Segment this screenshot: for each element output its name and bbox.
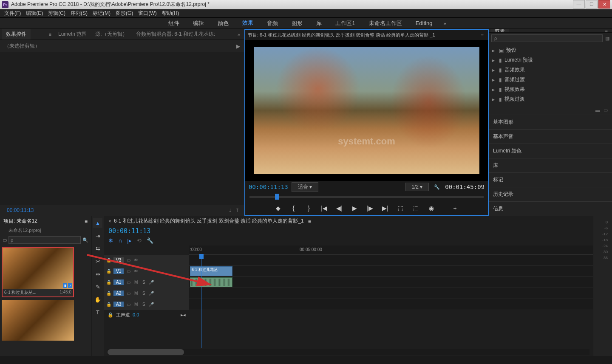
track-target-v1[interactable]: ▭: [125, 269, 131, 274]
program-current-tc[interactable]: 00:00:11:13: [249, 183, 288, 190]
ws-color[interactable]: 颜色: [211, 17, 235, 29]
out-point-icon[interactable]: }: [305, 205, 313, 212]
tool-razor[interactable]: ✂: [93, 257, 102, 266]
lock-icon[interactable]: 🔒: [106, 258, 112, 262]
folder-video-effects[interactable]: ▸▮视频效果: [489, 85, 612, 94]
folder-audio-effects[interactable]: ▸▮音频效果: [489, 65, 612, 75]
master-head[interactable]: 🔒 主声道 0.0 ▸◂: [104, 312, 189, 318]
solo-icon[interactable]: S: [141, 291, 147, 296]
lock-icon[interactable]: 🔒: [106, 291, 112, 296]
effects-menu-icon[interactable]: ≡: [603, 29, 610, 33]
ws-graphics[interactable]: 图形: [285, 17, 309, 29]
tool-selection[interactable]: ▲: [93, 218, 102, 228]
tab-effects[interactable]: 效果: [490, 29, 509, 33]
master-value[interactable]: 0.0: [133, 312, 139, 317]
timeline-timecode[interactable]: 00:00:11:13: [108, 227, 150, 235]
menu-marker[interactable]: 标记(M): [90, 10, 113, 17]
menu-file[interactable]: 文件(F): [2, 10, 23, 17]
track-head-a1[interactable]: 🔒A1▭MS🎤: [104, 277, 189, 288]
menu-edit[interactable]: 编辑(E): [23, 10, 45, 17]
track-target-a1[interactable]: ▭: [125, 280, 131, 285]
bin-item-1[interactable]: ▮♪ 6-1 和过儿花丛... 1:45:0: [2, 247, 74, 297]
project-bin-icon[interactable]: ▭: [3, 237, 7, 243]
opt-snap-icon[interactable]: ❄: [108, 237, 113, 244]
section-markers[interactable]: 标记: [489, 172, 612, 187]
menu-sequence[interactable]: 序列(S): [68, 10, 90, 17]
effect-controls-menu-icon[interactable]: ≡: [46, 32, 54, 37]
seq-close-icon[interactable]: ×: [108, 218, 111, 224]
ws-overflow[interactable]: »: [439, 19, 450, 28]
mic-icon[interactable]: 🎤: [148, 280, 154, 285]
section-lumetri-color[interactable]: Lumetri 颜色: [489, 144, 612, 158]
ws-editing[interactable]: 编辑: [186, 17, 211, 29]
seq-menu-icon[interactable]: ≡: [308, 218, 311, 224]
tab-source[interactable]: 源:（无剪辑）: [91, 29, 131, 40]
menu-window[interactable]: 窗口(W): [136, 10, 159, 17]
section-essential-sound[interactable]: 基本声音: [489, 129, 612, 144]
source-timecode[interactable]: 00:00:11:13: [3, 206, 37, 215]
folder-video-transitions[interactable]: ▸▮视频过渡: [489, 94, 612, 104]
track-label-a3[interactable]: A3: [113, 302, 124, 307]
timeline-scroll-thumb[interactable]: [108, 349, 184, 355]
ws-library[interactable]: 库: [309, 17, 329, 29]
in-point-icon[interactable]: {: [290, 205, 298, 212]
play-icon[interactable]: ▶: [351, 205, 359, 212]
folder-lumetri-presets[interactable]: ▸▮Lumetri 预设: [489, 55, 612, 65]
eye-icon[interactable]: 👁: [133, 258, 139, 262]
mic-icon[interactable]: 🎤: [148, 291, 154, 296]
mic-icon[interactable]: 🎤: [148, 302, 154, 307]
track-body-a1[interactable]: [189, 277, 593, 288]
section-info[interactable]: 信息: [489, 201, 612, 216]
clip-a1[interactable]: [190, 277, 232, 287]
program-video-area[interactable]: systemt.com: [245, 40, 488, 181]
mute-icon[interactable]: M: [133, 291, 139, 296]
track-target-v3[interactable]: ▭: [125, 258, 131, 262]
effects-filter-icon[interactable]: ▥: [605, 36, 609, 41]
lock-icon[interactable]: 🔒: [106, 302, 112, 307]
folder-presets[interactable]: ▸▣预设: [489, 45, 612, 55]
tool-slip[interactable]: ⇔: [93, 269, 102, 279]
ws-editing-en[interactable]: Editing: [409, 18, 439, 28]
opt-wrench-icon[interactable]: 🔧: [147, 237, 153, 244]
tool-track-select[interactable]: ⇥: [93, 231, 102, 240]
bin-item-2[interactable]: [2, 300, 74, 341]
ws-unnamed[interactable]: 未命名工作区: [362, 17, 409, 29]
mute-icon[interactable]: M: [133, 280, 139, 285]
project-search-input[interactable]: [8, 236, 81, 244]
lock-icon[interactable]: 🔒: [108, 312, 113, 318]
track-body-v1[interactable]: 6-1 和过儿花丛: [189, 266, 593, 277]
track-label-v1[interactable]: V1: [113, 268, 124, 274]
program-scrub-bar[interactable]: [245, 193, 488, 201]
track-head-a2[interactable]: 🔒A2▭MS🎤: [104, 288, 189, 299]
maximize-button[interactable]: ☐: [586, 0, 598, 8]
track-body-v3[interactable]: [189, 255, 593, 265]
tab-lumetri-scopes[interactable]: Lumetri 范围: [54, 29, 91, 40]
minimize-button[interactable]: —: [573, 0, 585, 8]
track-label-v3[interactable]: V3: [113, 257, 124, 263]
project-search-icon[interactable]: 🔍: [82, 237, 88, 243]
lift-icon[interactable]: ⬚: [397, 205, 405, 212]
export-frame-icon[interactable]: ◉: [428, 205, 435, 212]
extract-icon[interactable]: ⬚: [412, 205, 420, 212]
solo-icon[interactable]: S: [141, 280, 147, 285]
track-target-a2[interactable]: ▭: [125, 291, 131, 296]
project-menu-icon[interactable]: ≡: [85, 218, 88, 224]
source-insert-icon[interactable]: ⤓: [227, 208, 234, 213]
menu-help[interactable]: 帮助(H): [159, 10, 182, 17]
program-fit-dropdown[interactable]: 适合 ▾: [292, 182, 318, 192]
left-tabs-overflow[interactable]: »: [235, 32, 243, 37]
menu-clip[interactable]: 剪辑(C): [45, 10, 68, 17]
timeline-scrollbar[interactable]: [108, 349, 589, 355]
fx-32bit-icon[interactable]: ▭: [604, 107, 608, 113]
ws-workspace1[interactable]: 工作区1: [329, 17, 362, 29]
ws-audio[interactable]: 音频: [260, 17, 285, 29]
tool-type[interactable]: T: [93, 308, 102, 317]
playhead-head[interactable]: [199, 254, 204, 259]
menu-graphics[interactable]: 图形(G): [113, 10, 136, 17]
sequence-name[interactable]: 6-1 和过儿花丛练剑 经典的舞剑镜头 反手拔剑 双剑合璧 谈话 经典的单人走的…: [114, 217, 304, 225]
go-to-out-icon[interactable]: ▶|: [382, 205, 389, 212]
track-head-v3[interactable]: 🔒V3▭👁: [104, 255, 189, 265]
track-body-a2[interactable]: [189, 288, 593, 299]
fx-yuv-icon[interactable]: ▬: [595, 107, 600, 113]
program-menu-icon[interactable]: ≡: [479, 32, 485, 37]
